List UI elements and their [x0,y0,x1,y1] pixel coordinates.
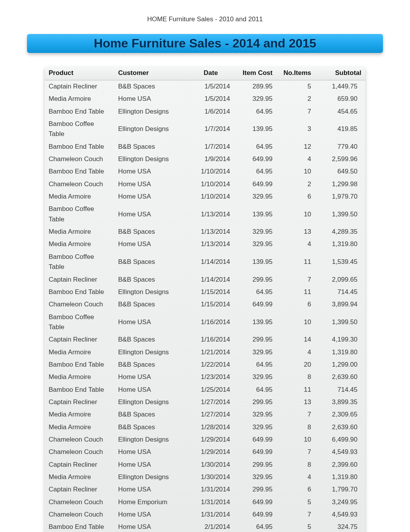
cell-no-items: 8 [276,371,315,383]
document-header: HOME Furniture Sales - 2010 and 2011 [27,15,383,23]
cell-product: Chameleon Couch [45,496,114,508]
table-row: Captain ReclinerB&B Spaces1/16/2014299.9… [45,333,365,346]
cell-no-items: 4 [276,153,315,165]
cell-item-cost: 329.95 [234,238,276,250]
cell-no-items: 10 [276,165,315,178]
cell-subtotal: 454.65 [315,105,365,118]
cell-date: 2/1/2014 [188,521,234,532]
cell-item-cost: 329.95 [234,408,276,421]
cell-item-cost: 299.95 [234,483,276,496]
cell-no-items: 8 [276,421,315,433]
cell-product: Bamboo End Table [45,384,114,396]
cell-subtotal: 1,319.80 [315,346,365,359]
cell-date: 1/27/2014 [188,396,234,408]
cell-customer: Home USA [114,203,188,226]
cell-product: Bamboo Coffee Table [45,311,114,334]
cell-customer: Home USA [114,483,188,496]
cell-product: Bamboo Coffee Table [45,203,114,226]
cell-item-cost: 139.95 [234,118,276,141]
table-row: Media ArmoireHome USA1/13/2014329.9541,3… [45,238,365,250]
cell-subtotal: 659.90 [315,93,365,105]
cell-subtotal: 649.50 [315,165,365,178]
cell-no-items: 13 [276,226,315,238]
cell-no-items: 13 [276,396,315,408]
cell-customer: Ellington Designs [114,346,188,359]
cell-product: Bamboo End Table [45,521,114,532]
cell-customer: Home USA [114,459,188,471]
table-row: Bamboo Coffee TableHome USA1/13/2014139.… [45,203,365,226]
cell-no-items: 2 [276,178,315,190]
cell-no-items: 5 [276,80,315,93]
table-row: Chameleon CouchEllington Designs1/9/2014… [45,153,365,165]
cell-date: 1/7/2014 [188,141,234,153]
cell-product: Captain Recliner [45,274,114,286]
table-row: Bamboo End TableHome USA2/1/201464.95532… [45,521,365,532]
table-row: Media ArmoireB&B Spaces1/13/2014329.9513… [45,226,365,238]
cell-date: 1/25/2014 [188,384,234,396]
cell-no-items: 6 [276,298,315,311]
cell-customer: B&B Spaces [114,80,188,93]
cell-product: Media Armoire [45,93,114,105]
cell-no-items: 7 [276,408,315,421]
cell-item-cost: 329.95 [234,190,276,203]
table-row: Media ArmoireEllington Designs1/21/20143… [45,346,365,359]
table-row: Bamboo End TableEllington Designs1/15/20… [45,286,365,298]
cell-item-cost: 139.95 [234,311,276,334]
cell-subtotal: 2,639.60 [315,421,365,433]
cell-product: Chameleon Couch [45,508,114,521]
cell-item-cost: 649.99 [234,433,276,446]
table-row: Bamboo Coffee TableB&B Spaces1/14/201413… [45,251,365,274]
cell-product: Captain Recliner [45,333,114,346]
table-row: Chameleon CouchHome USA1/29/2014649.9974… [45,446,365,458]
cell-item-cost: 64.95 [234,141,276,153]
cell-date: 1/23/2014 [188,371,234,383]
cell-product: Bamboo End Table [45,141,114,153]
cell-date: 1/21/2014 [188,346,234,359]
cell-subtotal: 4,549.93 [315,508,365,521]
cell-subtotal: 3,899.94 [315,298,365,311]
cell-subtotal: 2,309.65 [315,408,365,421]
table-row: Media ArmoireEllington Designs1/30/20143… [45,471,365,483]
cell-no-items: 8 [276,459,315,471]
cell-item-cost: 329.95 [234,421,276,433]
cell-customer: Home USA [114,508,188,521]
cell-no-items: 10 [276,203,315,226]
cell-product: Media Armoire [45,408,114,421]
cell-item-cost: 649.99 [234,178,276,190]
table-row: Bamboo Coffee TableEllington Designs1/7/… [45,118,365,141]
cell-customer: B&B Spaces [114,333,188,346]
cell-item-cost: 299.95 [234,396,276,408]
cell-product: Chameleon Couch [45,178,114,190]
cell-date: 1/16/2014 [188,311,234,334]
cell-customer: Ellington Designs [114,105,188,118]
cell-item-cost: 64.95 [234,165,276,178]
cell-product: Media Armoire [45,421,114,433]
cell-product: Chameleon Couch [45,433,114,446]
cell-customer: Ellington Designs [114,286,188,298]
cell-subtotal: 1,799.70 [315,483,365,496]
cell-product: Bamboo End Table [45,165,114,178]
cell-no-items: 7 [276,446,315,458]
cell-customer: Ellington Designs [114,396,188,408]
cell-date: 1/31/2014 [188,496,234,508]
cell-subtotal: 1,319.80 [315,471,365,483]
cell-customer: Ellington Designs [114,153,188,165]
cell-subtotal: 4,289.35 [315,226,365,238]
cell-date: 1/14/2014 [188,274,234,286]
cell-product: Media Armoire [45,346,114,359]
cell-product: Media Armoire [45,471,114,483]
cell-date: 1/10/2014 [188,190,234,203]
cell-subtotal: 779.40 [315,141,365,153]
table-header-row: Product Customer Date Item Cost No.Items… [45,66,365,80]
cell-no-items: 3 [276,118,315,141]
cell-subtotal: 714.45 [315,286,365,298]
cell-item-cost: 64.95 [234,105,276,118]
cell-date: 1/13/2014 [188,226,234,238]
cell-customer: Home USA [114,384,188,396]
table-body: Captain ReclinerB&B Spaces1/5/2014289.95… [45,80,365,532]
page-title: Home Furniture Sales - 2014 and 2015 [27,36,383,51]
cell-date: 1/28/2014 [188,421,234,433]
cell-date: 1/5/2014 [188,93,234,105]
title-bar: Home Furniture Sales - 2014 and 2015 [27,34,383,53]
cell-customer: Ellington Designs [114,118,188,141]
